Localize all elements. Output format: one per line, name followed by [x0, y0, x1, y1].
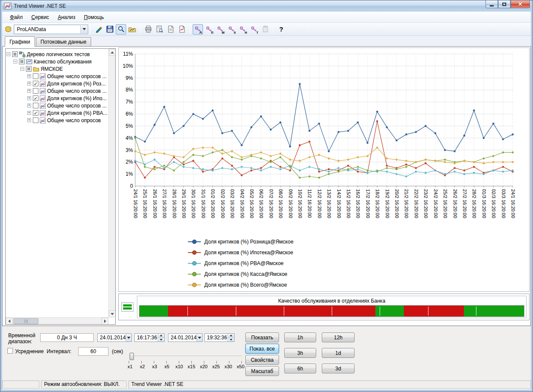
date-to-picker[interactable]: 24.01.2014	[168, 333, 203, 342]
edit-button[interactable]	[93, 24, 104, 35]
menu-service[interactable]: Сервис	[27, 13, 54, 22]
tree-item[interactable]: − ЯМСКОЕ	[6, 65, 108, 73]
item-checkbox[interactable]: ✓	[33, 95, 38, 101]
collapse-icon[interactable]: −	[6, 52, 10, 56]
menu-help[interactable]: Помощь	[79, 13, 108, 22]
help-button[interactable]: ?	[276, 24, 286, 35]
item-checkbox[interactable]	[33, 117, 38, 123]
copy-button[interactable]	[260, 24, 270, 35]
quick-1h-button[interactable]: 1h	[284, 332, 316, 342]
item-checkbox[interactable]	[19, 59, 25, 64]
tree-item[interactable]: − Качество обслуживания	[6, 58, 108, 65]
expand-icon[interactable]: +	[27, 104, 31, 107]
datasource-combo[interactable]: ProLANData	[14, 25, 88, 34]
interval-field[interactable]: 60	[78, 347, 108, 356]
tab-stream-data[interactable]: Потоковые данные	[36, 37, 91, 47]
spin-down-button[interactable]	[228, 338, 234, 342]
expand-icon[interactable]: +	[27, 96, 31, 100]
item-checkbox[interactable]	[33, 73, 38, 79]
slider-track[interactable]	[129, 356, 242, 357]
collapse-icon[interactable]: −	[20, 67, 24, 71]
maximize-button[interactable]	[498, 0, 511, 8]
key-p-button[interactable]: п	[204, 24, 214, 35]
expand-icon[interactable]: +	[27, 111, 31, 115]
tree-item[interactable]: +Общее число опросов ...	[6, 87, 108, 95]
expand-icon[interactable]: +	[27, 89, 31, 93]
show-all-button[interactable]: Показ. все	[245, 344, 279, 354]
item-checkbox[interactable]	[33, 103, 38, 108]
save-button[interactable]	[105, 24, 115, 35]
scroll-right-button[interactable]	[102, 318, 108, 325]
quick-1d-button[interactable]: 1d	[322, 348, 355, 358]
tree-horizontal-scrollbar[interactable]	[6, 317, 108, 324]
key-m-button[interactable]: м	[215, 24, 225, 35]
item-checkbox[interactable]	[33, 88, 38, 94]
menu-file[interactable]: Файл	[6, 13, 27, 22]
key-s-button[interactable]: s	[226, 24, 237, 35]
time-to-spinner[interactable]: 19:32:36	[204, 333, 235, 342]
item-checkbox[interactable]: ✓	[33, 81, 38, 86]
date-from-picker[interactable]: 24.01.2014	[97, 333, 132, 342]
expand-icon[interactable]: +	[27, 82, 31, 85]
item-checkbox[interactable]	[12, 51, 18, 57]
quick-3h-button[interactable]: 3h	[284, 348, 316, 358]
averaging-checkbox[interactable]	[7, 348, 13, 354]
interval-slider[interactable]: x1 x2 x3 x5 x10 x15 x20 x25 x30 x50	[129, 352, 242, 370]
spin-up-button[interactable]	[228, 334, 234, 338]
expand-icon[interactable]: +	[27, 74, 31, 78]
tree-item[interactable]: +Общее число опросов	[6, 117, 108, 124]
scroll-up-button[interactable]	[109, 49, 116, 56]
tree-item[interactable]: +✓Доля критиков (%) Роз...	[6, 80, 108, 87]
title-bar[interactable]: Trend Viewer .NET SE ✕	[2, 0, 531, 12]
item-checkbox[interactable]: ✓	[33, 110, 38, 116]
spin-up-button[interactable]	[158, 334, 164, 338]
expand-icon[interactable]: +	[27, 118, 31, 122]
tree-vertical-scrollbar[interactable]	[108, 49, 115, 317]
date-to-dropdown[interactable]	[197, 334, 202, 341]
spin-down-button[interactable]	[158, 338, 164, 342]
toolbar-separator	[190, 25, 190, 34]
scroll-down-button[interactable]	[109, 310, 116, 317]
range-value-field[interactable]: 0 Дн 3 Ч	[40, 333, 94, 342]
legend-item: Доля критиков (%) Ипотека@Ямское	[188, 247, 293, 258]
menu-analysis[interactable]: Анализ	[54, 13, 80, 22]
app-window: Trend Viewer .NET SE ✕ Файл Сервис Анали…	[0, 0, 533, 392]
item-checkbox[interactable]	[26, 66, 32, 72]
key-letter: п	[211, 30, 213, 35]
tree-item[interactable]: +✓Доля критиков (%) Ипо...	[6, 95, 108, 102]
scale-button[interactable]: Масштаб	[245, 366, 279, 376]
tree-item[interactable]: +✓Доля критиков (%) РВА...	[6, 109, 108, 117]
key-n-button[interactable]: н	[238, 24, 248, 35]
report-button[interactable]	[165, 24, 176, 35]
quick-12h-button[interactable]: 12h	[322, 332, 355, 342]
zoom-button[interactable]	[116, 24, 126, 35]
tree-item[interactable]: +Общее число опросов ...	[6, 102, 108, 109]
quality-bar[interactable]	[139, 305, 524, 317]
quick-6h-button[interactable]: 6h	[284, 364, 316, 373]
minimize-button[interactable]	[485, 0, 498, 8]
key-a-button[interactable]: А	[193, 24, 203, 35]
key-t-button[interactable]: т	[249, 24, 259, 35]
trend-chart[interactable]: 01%2%3%4%5%6%7%8%9%10%11%24/1 16:20:0025…	[121, 49, 524, 232]
print-preview-button[interactable]	[154, 24, 165, 35]
report2-button[interactable]	[177, 24, 187, 35]
print-button[interactable]	[143, 24, 153, 35]
combo-dropdown-button[interactable]	[80, 25, 87, 33]
open-chart-button[interactable]	[127, 24, 137, 35]
tab-graphs[interactable]: Графики	[5, 36, 35, 47]
date-from-dropdown[interactable]	[126, 334, 131, 341]
time-from-spinner[interactable]: 16:17:36	[134, 333, 165, 342]
quality-indicator-icon[interactable]	[121, 302, 133, 312]
scroll-left-button[interactable]	[6, 318, 13, 325]
quick-3d-button[interactable]: 3d	[322, 364, 355, 373]
collapse-icon[interactable]: −	[13, 60, 17, 63]
slider-thumb[interactable]	[130, 353, 134, 360]
tree-item[interactable]: +Общее число опросов ...	[6, 73, 108, 80]
show-button[interactable]: Показать	[245, 332, 279, 342]
close-button[interactable]: ✕	[511, 0, 530, 8]
legend-label: Доля критиков (%) Розница@Ямское	[204, 239, 293, 245]
scrollbar-thumb[interactable]	[13, 318, 38, 324]
properties-button[interactable]: Свойства	[245, 355, 279, 365]
tree-item[interactable]: − Дерево логических тестов	[6, 51, 108, 58]
time-controls-panel: Временной диапазон: 0 Дн 3 Ч 24.01.2014 …	[2, 326, 531, 379]
